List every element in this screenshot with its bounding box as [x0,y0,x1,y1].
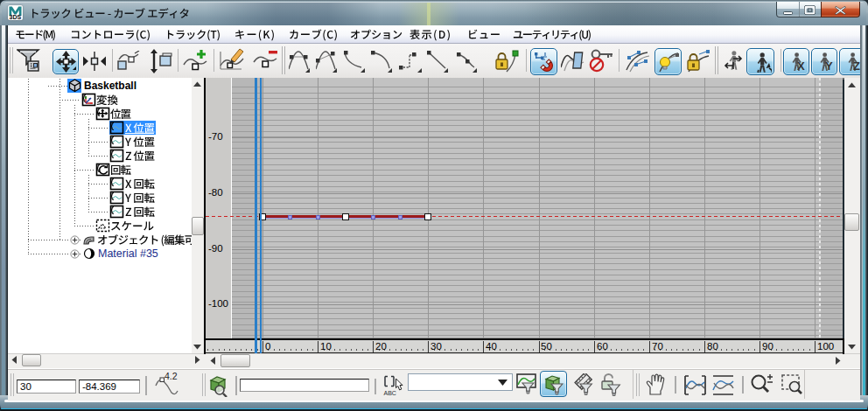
svg-text:X: X [797,59,805,73]
svg-text:Z: Z [853,59,860,73]
svg-text:Y: Y [825,59,833,73]
svg-text:ABC: ABC [384,390,396,396]
